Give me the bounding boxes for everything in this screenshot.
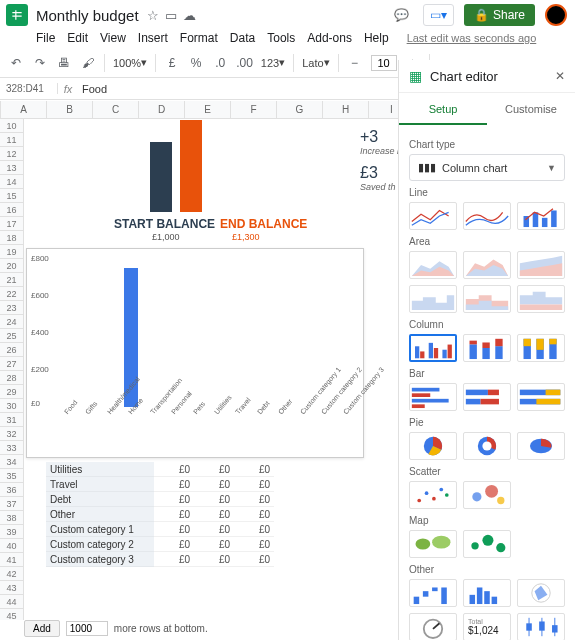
svg-rect-17 [420, 351, 424, 358]
col-header[interactable]: D [139, 101, 185, 118]
svg-rect-31 [536, 339, 543, 350]
add-rows-count[interactable] [66, 621, 108, 636]
fontsize-input[interactable] [371, 55, 397, 71]
star-icon[interactable]: ☆ [147, 8, 159, 23]
comments-button[interactable]: 💬 [391, 4, 413, 26]
svg-rect-80 [552, 625, 558, 632]
svg-rect-68 [477, 587, 483, 604]
chart-thumb-column-stacked[interactable] [463, 334, 511, 362]
svg-rect-36 [412, 399, 449, 403]
col-header[interactable]: G [277, 101, 323, 118]
svg-point-52 [432, 497, 436, 501]
cloud-icon[interactable]: ☁ [183, 8, 196, 23]
chart-thumb-area-2[interactable] [463, 251, 511, 279]
col-header[interactable]: A [1, 101, 47, 118]
chart-thumb-bar-basic[interactable] [409, 383, 457, 411]
chart-icon: ▦ [409, 68, 422, 84]
chart-thumb-area-6[interactable] [517, 285, 565, 313]
svg-rect-27 [495, 339, 502, 346]
chart-thumb-area-3[interactable] [517, 251, 565, 279]
paint-format-button[interactable]: 🖌 [80, 53, 96, 73]
col-header[interactable]: H [323, 101, 369, 118]
menu-format[interactable]: Format [180, 31, 218, 45]
svg-rect-4 [551, 210, 557, 227]
chart-type-dropdown[interactable]: ▮▮▮ Column chart ▼ [409, 154, 565, 181]
chart-thumb-donut[interactable] [463, 432, 511, 460]
svg-rect-33 [549, 339, 556, 345]
chart-thumb-geo[interactable] [409, 530, 457, 558]
chart-thumb-bubble[interactable] [463, 481, 511, 509]
chart-thumb-line-basic[interactable] [409, 202, 457, 230]
menu-help[interactable]: Help [364, 31, 389, 45]
last-edit-link[interactable]: Last edit was seconds ago [407, 32, 537, 44]
share-button[interactable]: 🔒 Share [464, 4, 535, 26]
tab-setup[interactable]: Setup [399, 93, 487, 125]
chart-thumb-combo[interactable] [517, 202, 565, 230]
col-header[interactable]: B [47, 101, 93, 118]
menu-insert[interactable]: Insert [138, 31, 168, 45]
fontsize-decrease[interactable]: − [347, 53, 363, 73]
menu-tools[interactable]: Tools [267, 31, 295, 45]
svg-rect-64 [423, 591, 429, 597]
chart-thumb-radar[interactable] [517, 579, 565, 607]
sheets-logo[interactable] [6, 4, 28, 26]
print-button[interactable]: 🖶 [56, 53, 72, 73]
svg-line-74 [433, 623, 439, 629]
menu-addons[interactable]: Add-ons [307, 31, 352, 45]
chart-thumb-candlestick[interactable] [517, 613, 565, 640]
tab-customise[interactable]: Customise [487, 93, 575, 125]
account-avatar[interactable] [545, 4, 567, 26]
chart-thumb-gauge[interactable] [409, 613, 457, 640]
doc-title[interactable]: Monthly budget [36, 7, 139, 24]
chart-thumb-area-4[interactable] [409, 285, 457, 313]
decrease-decimal-button[interactable]: .0 [212, 53, 228, 73]
category-table[interactable]: Utilities£0£0£0Travel£0£0£0Debt£0£0£0Oth… [46, 462, 274, 567]
svg-rect-69 [484, 591, 490, 604]
svg-rect-65 [432, 587, 438, 591]
name-box[interactable]: 328:D41 [0, 83, 58, 94]
menu-edit[interactable]: Edit [67, 31, 88, 45]
chart-thumb-pie3d[interactable] [517, 432, 565, 460]
chart-thumb-area-5[interactable] [463, 285, 511, 313]
chart-thumb-histogram[interactable] [463, 579, 511, 607]
currency-button[interactable]: £ [164, 53, 180, 73]
chart-thumb-line-smooth[interactable] [463, 202, 511, 230]
chart-thumb-scatter[interactable] [409, 481, 457, 509]
col-header[interactable]: F [231, 101, 277, 118]
menu-view[interactable]: View [100, 31, 126, 45]
chart-thumb-geo-markers[interactable] [463, 530, 511, 558]
svg-point-54 [445, 493, 449, 497]
redo-button[interactable]: ↷ [32, 53, 48, 73]
svg-rect-29 [524, 339, 531, 346]
chart-thumb-scorecard[interactable]: Total $1,024 [463, 613, 511, 640]
svg-point-58 [416, 538, 431, 549]
move-icon[interactable]: ▭ [165, 8, 177, 23]
percent-button[interactable]: % [188, 53, 204, 73]
chart-thumb-column-100[interactable] [517, 334, 565, 362]
font-select[interactable]: Lato ▾ [302, 53, 329, 73]
svg-point-60 [471, 542, 478, 549]
col-header[interactable]: E [185, 101, 231, 118]
menu-data[interactable]: Data [230, 31, 255, 45]
increase-decimal-button[interactable]: .00 [236, 53, 253, 73]
embedded-column-chart[interactable]: £800 £600 £400 £200 £0 FoodGiftsHealth/m… [26, 248, 364, 458]
chart-thumb-column-basic[interactable] [409, 334, 457, 362]
add-rows-button[interactable]: Add [24, 620, 60, 637]
svg-marker-72 [535, 586, 548, 601]
chart-thumb-area-1[interactable] [409, 251, 457, 279]
svg-point-62 [496, 543, 505, 552]
chart-thumb-bar-100[interactable] [517, 383, 565, 411]
svg-rect-20 [442, 350, 446, 359]
chart-thumb-pie[interactable] [409, 432, 457, 460]
close-panel-button[interactable]: ✕ [555, 69, 565, 83]
menu-file[interactable]: File [36, 31, 55, 45]
zoom-select[interactable]: 100% ▾ [113, 53, 147, 73]
chart-thumb-waterfall[interactable] [409, 579, 457, 607]
svg-point-55 [472, 492, 481, 501]
col-header[interactable]: C [93, 101, 139, 118]
undo-button[interactable]: ↶ [8, 53, 24, 73]
chart-thumb-bar-stacked[interactable] [463, 383, 511, 411]
number-format-select[interactable]: 123 ▾ [261, 53, 285, 73]
present-button[interactable]: ▭▾ [423, 4, 454, 26]
col-header[interactable]: I [369, 101, 398, 118]
